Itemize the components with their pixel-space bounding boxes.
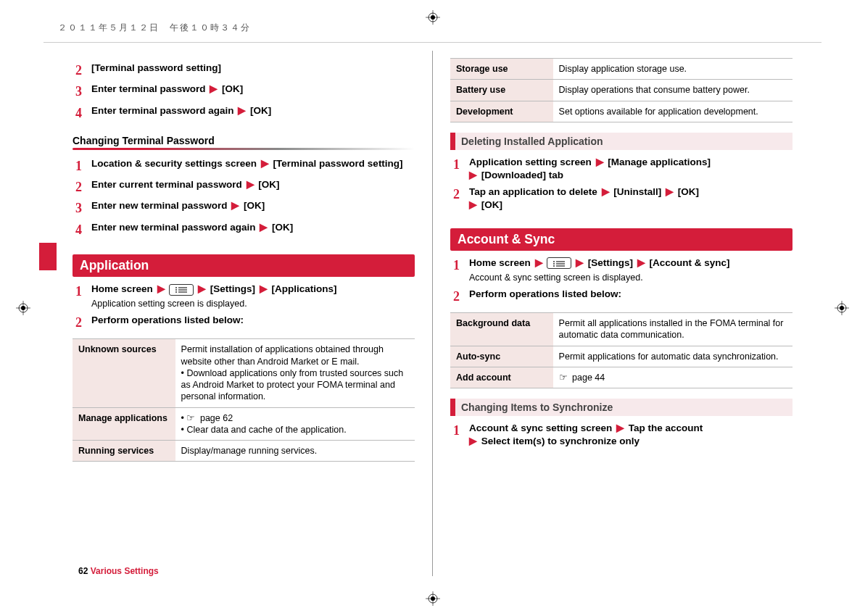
step-number: 2 [450, 288, 469, 305]
step-text: [Uninstall] [611, 186, 665, 197]
arrow-icon: ▶ [238, 105, 246, 116]
arrow-icon: ▶ [469, 170, 477, 180]
page-content: 2[Terminal password setting]3Enter termi… [73, 58, 792, 576]
table-key-cell: Manage applications [73, 407, 175, 441]
step-text: [OK] [675, 186, 699, 197]
title-application: Application [73, 254, 415, 277]
table-row: Manage applications• ☞ page 62• Clear da… [73, 407, 415, 441]
step-body: Location & security settings screen ▶ [T… [91, 157, 403, 175]
step-text: [Account & sync] [647, 257, 730, 268]
step-number: 1 [450, 257, 469, 284]
registration-mark-top [426, 10, 440, 25]
arrow-icon: ▶ [637, 257, 645, 268]
step-text: Home screen [91, 283, 156, 294]
subhead-deleting-installed-application: Deleting Installed Application [450, 133, 792, 150]
step-body: Account & sync setting screen ▶ Tap the … [469, 422, 703, 448]
step-body: Application setting screen ▶ [Manage app… [469, 156, 711, 182]
step-body: Home screen ▶ ▶ [Settings] ▶ [Account & … [469, 257, 730, 284]
arrow-icon: ▶ [616, 423, 624, 433]
section-name: Various Settings [88, 566, 158, 576]
arrow-icon: ▶ [198, 283, 206, 294]
table-cell-text: • ☞ page 62 [181, 413, 233, 423]
step: 4Enter terminal password again ▶ [OK] [73, 104, 415, 122]
step: 2Perform operations listed below: [73, 314, 415, 331]
step-text: [OK] [247, 105, 271, 116]
table-cell-text: ☞ page 44 [559, 372, 605, 383]
subhead-changing-terminal-password: Changing Terminal Password [73, 135, 415, 146]
table-row: Battery useDisplay operations that consu… [450, 80, 792, 101]
application-options-table-continued: Storage useDisplay application storage u… [450, 58, 792, 122]
step-body: Enter terminal password ▶ [OK] [91, 83, 243, 100]
step: 1Application setting screen ▶ [Manage ap… [450, 156, 792, 182]
step: 1Home screen ▶ ▶ [Settings] ▶ [Account &… [450, 257, 792, 284]
table-key-cell: Background data [450, 313, 553, 346]
application-options-table: Unknown sourcesPermit installation of ap… [73, 338, 415, 462]
account-sync-options-table: Background dataPermit all applications i… [450, 312, 792, 388]
table-cell-text: Display/manage running services. [181, 446, 318, 456]
page-number: 62 [78, 566, 88, 576]
step: 1Account & sync setting screen ▶ Tap the… [450, 422, 792, 448]
table-key-cell: Auto-sync [450, 346, 553, 367]
arrow-icon: ▶ [469, 199, 477, 210]
step: 4Enter new terminal password again ▶ [OK… [73, 221, 415, 238]
step-number: 4 [73, 104, 91, 122]
arrow-icon: ▶ [535, 257, 543, 268]
hand-point-icon: ☞ [559, 372, 568, 383]
step-body: Perform operations listed below: [91, 314, 244, 331]
step-number: 2 [73, 178, 91, 196]
menu-key-icon [169, 284, 194, 296]
table-cell-text: Set options available for application de… [559, 107, 758, 117]
arrow-icon: ▶ [247, 179, 254, 190]
step-text: Enter new terminal password [91, 200, 230, 211]
step-body: Enter new terminal password again ▶ [OK] [91, 221, 293, 238]
step-number: 2 [73, 314, 91, 331]
menu-key-icon [547, 257, 571, 269]
arrow-icon: ▶ [261, 158, 269, 169]
table-row: Storage useDisplay application storage u… [450, 59, 792, 80]
left-column: 2[Terminal password setting]3Enter termi… [73, 58, 432, 576]
arrow-icon: ▶ [260, 283, 268, 294]
step-body: Enter new terminal password ▶ [OK] [91, 199, 265, 217]
step-body: Home screen ▶ ▶ [Settings] ▶ [Applicatio… [91, 283, 337, 310]
table-row: Auto-syncPermit applications for automat… [450, 346, 792, 367]
arrow-icon: ▶ [469, 436, 477, 446]
step-note: Application setting screen is displayed. [91, 298, 337, 310]
step-text: Enter terminal password again [91, 105, 236, 116]
step-text: [Settings] [585, 257, 636, 268]
step-text: Location & security settings screen [91, 158, 260, 169]
step: 2Perform operations listed below: [450, 288, 792, 305]
table-cell-text: Permit all applications installed in the… [559, 318, 784, 340]
table-value-cell: Set options available for application de… [553, 101, 792, 122]
arrow-icon: ▶ [576, 257, 584, 268]
step: 1Home screen ▶ ▶ [Settings] ▶ [Applicati… [73, 283, 415, 310]
step-number: 3 [73, 199, 91, 217]
step-text: [Terminal password setting] [270, 158, 403, 169]
arrow-icon: ▶ [666, 186, 674, 197]
table-key-cell: Storage use [450, 59, 553, 80]
step-text [571, 257, 574, 268]
registration-mark-bottom [426, 591, 440, 606]
step-number: 4 [73, 221, 91, 238]
table-row: Unknown sourcesPermit installation of ap… [73, 339, 415, 407]
table-key-cell: Development [450, 101, 553, 122]
table-row: Running servicesDisplay/manage running s… [73, 441, 415, 462]
step-text: [Manage applications] [605, 157, 711, 167]
step-number: 2 [73, 62, 91, 79]
table-value-cell: Display operations that consume battery … [553, 80, 792, 101]
table-cell-text: Display operations that consume battery … [559, 85, 750, 95]
step-number: 1 [450, 156, 469, 182]
step: 1Location & security settings screen ▶ [… [73, 157, 415, 175]
table-value-cell: Permit all applications installed in the… [553, 313, 792, 346]
section-edge-tab [39, 243, 57, 270]
step-text: Home screen [469, 257, 534, 268]
table-cell-text: • Clear data and cache of the applicatio… [181, 424, 409, 436]
arrow-icon: ▶ [260, 222, 268, 233]
step-text: Enter terminal password [91, 83, 208, 94]
header-rule [44, 42, 821, 43]
step-text: [OK] [241, 200, 265, 211]
table-value-cell: Permit applications for automatic data s… [553, 346, 792, 367]
right-column: Storage useDisplay application storage u… [433, 58, 792, 576]
step: 3Enter new terminal password ▶ [OK] [73, 199, 415, 217]
registration-mark-right [835, 301, 849, 315]
step-number: 1 [73, 283, 91, 310]
